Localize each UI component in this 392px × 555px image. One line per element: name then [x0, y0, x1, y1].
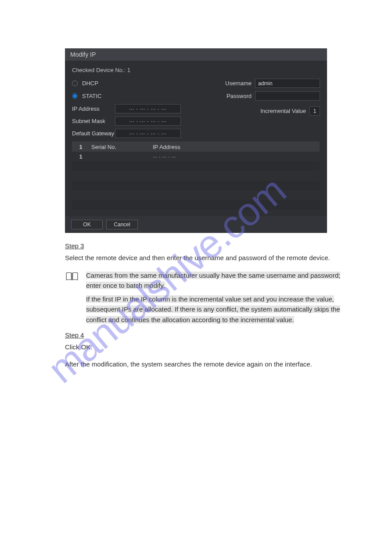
col-index: 1 [72, 144, 90, 150]
table-row [72, 161, 320, 171]
modify-ip-dialog: Modify IP Checked Device No.: 1 DHCP Use… [65, 48, 327, 233]
row-index: 1 [72, 153, 90, 160]
default-gateway-label: Default Gateway [72, 130, 115, 137]
static-radio-label: STATIC [82, 93, 101, 99]
step4-heading: Step 4 [65, 330, 355, 340]
table-row [72, 190, 320, 200]
table-row [72, 200, 320, 210]
note-line-2: If the first IP in the IP column is the … [86, 294, 355, 325]
col-serial: Serial No. [90, 144, 151, 150]
default-gateway-input[interactable]: ··· · ··· · ··· · ··· [115, 129, 181, 138]
dialog-footer: OK Cancel [65, 216, 327, 233]
step4-text: Click OK. [65, 342, 355, 352]
username-label: Username [225, 80, 252, 87]
table-row[interactable]: 1 ··· · ··· · ··· [72, 152, 320, 161]
ok-button[interactable]: OK [71, 220, 103, 229]
cancel-button[interactable]: Cancel [106, 220, 138, 229]
incremental-value-input[interactable] [309, 106, 320, 116]
username-input[interactable] [255, 79, 320, 88]
password-input[interactable] [255, 91, 320, 101]
dialog-title: Modify IP [65, 48, 327, 61]
table-row [72, 171, 320, 181]
row-ip: ··· · ··· · ··· [153, 154, 176, 160]
step3-heading: Step 3 [65, 241, 355, 251]
step3-text: Select the remote device and then enter … [65, 253, 355, 263]
book-icon [65, 271, 79, 282]
document-instructions: Step 3 Select the remote device and then… [65, 241, 355, 370]
ip-address-label: IP Address [72, 105, 115, 112]
subnet-mask-input[interactable]: ··· · ··· · ··· · ··· [115, 116, 181, 126]
note-block: Cameras from the same manufacturer usual… [65, 270, 355, 325]
checked-device-count: Checked Device No.: 1 [72, 67, 320, 73]
static-radio[interactable] [72, 93, 78, 99]
subnet-mask-label: Subnet Mask [72, 118, 115, 124]
after-text: After the modification, the system searc… [65, 359, 355, 369]
table-row [72, 181, 320, 190]
device-table: 1 Serial No. IP Address 1 ··· · ··· · ··… [72, 141, 320, 209]
dialog-body: Checked Device No.: 1 DHCP Username STAT… [65, 61, 327, 211]
dhcp-radio-label: DHCP [82, 80, 98, 87]
col-ip: IP Address [151, 144, 320, 150]
note-line-1: Cameras from the same manufacturer usual… [86, 270, 355, 291]
ip-address-input[interactable]: ··· · ··· · ··· · ··· [115, 104, 181, 113]
password-label: Password [227, 93, 252, 99]
dhcp-radio[interactable] [72, 80, 78, 86]
incremental-value-label: Incremental Value [260, 108, 306, 114]
